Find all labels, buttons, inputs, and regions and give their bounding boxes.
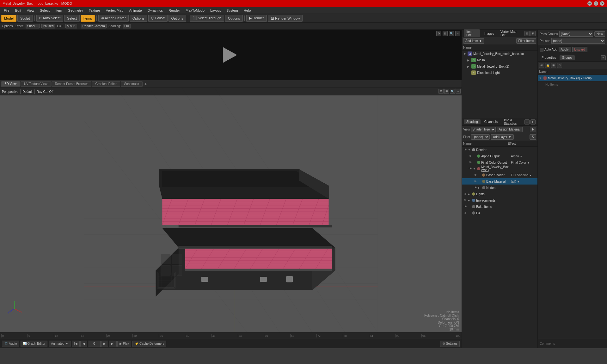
view-select[interactable]: Shader Tree (471, 127, 496, 132)
next-frame-button[interactable]: ▶| (109, 341, 117, 347)
shade-row-render[interactable]: 👁 ▼ Render (462, 147, 537, 153)
shade-row-nodes[interactable]: 👁 ▶ Nodes (462, 185, 537, 191)
filter-items-button[interactable]: Filter Items (516, 38, 536, 44)
menu-item-select[interactable]: Select (37, 8, 52, 13)
options-button-1[interactable]: Options (130, 15, 147, 22)
menu-item-maxtomodo[interactable]: MaxToModo (183, 8, 207, 13)
paused-value[interactable]: Paused (41, 24, 55, 28)
auto-select-button[interactable]: ⟳ Auto Select (36, 15, 64, 22)
animated-button[interactable]: Animated ▼ (49, 341, 71, 347)
base-material-vis-icon[interactable]: 👁 (473, 179, 477, 183)
tab-properties[interactable]: Properties (539, 55, 559, 60)
select-mode-button[interactable]: Select (64, 15, 80, 22)
shade-row-fx[interactable]: 👁 FX (462, 210, 537, 216)
discard-button[interactable]: Discard (572, 47, 587, 52)
f-button[interactable]: F (530, 127, 536, 132)
tab-3d-view[interactable]: 3D View (1, 81, 20, 87)
base-shader-vis-icon[interactable]: 👁 (473, 173, 477, 177)
tab-channels[interactable]: Channels (482, 119, 500, 124)
tab-render-preset[interactable]: Render Preset Browser (52, 81, 91, 87)
fx-vis-icon[interactable]: 👁 (463, 211, 467, 215)
play-preview-button[interactable] (223, 47, 239, 63)
action-center-button[interactable]: ⊕ Action Center (98, 15, 129, 22)
metal-mat-vis-icon[interactable]: 👁 (468, 167, 472, 171)
item-list-content[interactable]: ▼ 🗂 Metal_Jewelry_Box_modo_base.lxo ▶ □ … (462, 51, 537, 118)
effect-value[interactable]: Shadi... (26, 24, 40, 28)
groups-vis-icon-1[interactable]: 👁 (539, 63, 544, 68)
final-color-vis-icon[interactable]: 👁 (468, 161, 472, 164)
vp-settings-icon[interactable]: ⚙ (438, 89, 444, 94)
groups-vis-icon-4[interactable]: □ (557, 63, 562, 68)
tab-images[interactable]: Images (481, 31, 497, 36)
item-row-jewelry-box[interactable]: ▶ □ Metal_Jewelry_Box (2) (462, 63, 537, 70)
menu-item-item[interactable]: Item (53, 8, 64, 13)
menu-item-dynamics[interactable]: Dynamics (145, 8, 165, 13)
apply-button[interactable]: Apply (559, 47, 571, 52)
viewport-3d[interactable]: Perspective Default Ray GL: Off ⚙ ⊞ 🔍 ≡ (0, 88, 462, 332)
item-row-mesh[interactable]: ▶ □ Mesh (462, 57, 537, 63)
items-button[interactable]: Items (81, 15, 95, 22)
forward-button[interactable]: ▶ (101, 341, 108, 347)
zoom-icon[interactable]: 🔍 (449, 31, 454, 36)
expand-icon-scene[interactable]: ▼ (463, 52, 466, 56)
menu-item-layout[interactable]: Layout (208, 8, 223, 13)
vp-menu-icon[interactable]: ≡ (456, 89, 461, 94)
render-vis-icon[interactable]: 👁 (463, 148, 467, 152)
tab-vertex-map-list[interactable]: Vertex Map List (498, 29, 523, 38)
env-vis-icon[interactable]: 👁 (463, 198, 467, 202)
play-button[interactable]: ▶ Play (117, 341, 131, 347)
menu-item-texture[interactable]: Texture (86, 8, 103, 13)
shade-row-lights[interactable]: 👁 ▶ Lights (462, 191, 537, 197)
shade-row-alpha[interactable]: 👁 Alpha Output Alpha ▼ (462, 153, 537, 159)
render-camera-value[interactable]: Render Camera (81, 24, 107, 28)
tab-groups[interactable]: Groups (560, 55, 575, 60)
menu-item-edit[interactable]: Edit (13, 8, 24, 13)
shading-value[interactable]: Full (123, 24, 131, 28)
sculpt-mode-button[interactable]: Sculpt (17, 15, 33, 22)
item-row-scene[interactable]: ▼ 🗂 Metal_Jewelry_Box_modo_base.lxo (462, 51, 537, 57)
audio-button[interactable]: 🎵 Audio (2, 341, 19, 347)
assign-material-button[interactable]: Assign Material (497, 127, 523, 132)
menu-item-view[interactable]: View (24, 8, 37, 13)
shading-expand-icon[interactable]: ⊞ (524, 119, 530, 124)
auto-add-checkbox[interactable] (540, 48, 543, 52)
menu-item-vertex map[interactable]: Vertex Map (103, 8, 126, 13)
nodes-vis-icon[interactable]: 👁 (473, 186, 477, 190)
tab-gradient-editor[interactable]: Gradient Editor (92, 81, 120, 87)
menu-item-system[interactable]: System (224, 8, 241, 13)
expand-icon-jewelry[interactable]: ▶ (467, 65, 470, 68)
maximize-button[interactable]: □ (594, 1, 598, 6)
panel-settings-icon[interactable]: F (530, 31, 536, 36)
frame-input[interactable] (88, 341, 101, 347)
back-button[interactable]: ◀ (80, 341, 87, 347)
select-through-button[interactable]: ⬛ Select Through (190, 15, 224, 22)
pass-groups-select[interactable]: (None) (559, 31, 593, 37)
add-item-button[interactable]: Add Item ▼ (463, 38, 484, 44)
viewport-raygl-label[interactable]: Ray GL: Off (37, 90, 53, 94)
group-expand-icon[interactable]: ▼ (539, 77, 542, 80)
bake-vis-icon[interactable]: 👁 (463, 205, 467, 209)
tab-uv-texture[interactable]: UV Texture View (21, 81, 51, 87)
falloff-button[interactable]: ⬡ Falloff (148, 15, 168, 22)
render-window-button[interactable]: 🖼 Render Window (268, 15, 303, 22)
shade-row-metal-mat[interactable]: 👁 ▼ Metal_Jewelry_Box (2)(1) (462, 166, 537, 172)
new-pass-group-button[interactable]: New (594, 31, 605, 37)
groups-vis-icon-2[interactable]: 🔒 (545, 63, 550, 68)
prev-frame-button[interactable]: |◀ (72, 341, 80, 347)
add-tab-button[interactable]: + (143, 82, 148, 87)
pauses-select[interactable]: (none) (551, 38, 605, 44)
vp-zoom-icon[interactable]: 🔍 (450, 89, 455, 94)
tab-shading[interactable]: Shading (464, 119, 481, 124)
menu-item-geometry[interactable]: Geometry (65, 8, 85, 13)
tab-schematic[interactable]: Schematic (121, 81, 143, 87)
menu-item-file[interactable]: File (1, 8, 12, 13)
metal-mat-expand-icon[interactable]: ▼ (473, 167, 476, 170)
menu-icon[interactable]: ≡ (455, 31, 460, 36)
alpha-vis-icon[interactable]: 👁 (468, 154, 472, 158)
nodes-expand-icon[interactable]: ▶ (478, 186, 481, 189)
menu-item-render[interactable]: Render (166, 8, 182, 13)
viewport-mode-label[interactable]: Perspective (2, 90, 18, 94)
lut-value[interactable]: sRGB (65, 24, 77, 28)
add-layer-button[interactable]: Add Layer ▼ (491, 134, 513, 140)
menu-item-help[interactable]: Help (241, 8, 254, 13)
